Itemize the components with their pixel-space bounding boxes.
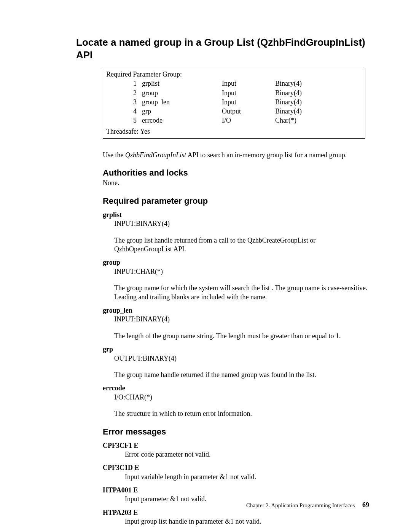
error-messages-heading: Error messages xyxy=(103,427,369,437)
param-number: 5 xyxy=(106,116,142,125)
param-type: Char(*) xyxy=(275,116,296,125)
parameter-row: 4 grp Output Binary(4) xyxy=(106,107,362,116)
param-type: Binary(4) xyxy=(275,88,302,97)
param-name: grp xyxy=(142,107,222,116)
error-code: HTPA203 E xyxy=(103,508,369,517)
error-code: CPF3CF1 E xyxy=(103,441,369,450)
param-def-text: The structure in which to return error i… xyxy=(114,409,369,418)
param-io: Input xyxy=(222,79,275,88)
param-def-type: INPUT:BINARY(4) xyxy=(114,315,369,324)
param-io: Input xyxy=(222,88,275,97)
param-number: 1 xyxy=(106,79,142,88)
param-def-text: The group name for which the system will… xyxy=(114,284,369,302)
param-def-term: group_len xyxy=(103,306,369,315)
intro-paragraph: Use the QzhbFindGroupInList API to searc… xyxy=(103,151,369,160)
param-def-type: I/O:CHAR(*) xyxy=(114,393,369,402)
param-def-text: The group list handle returned from a ca… xyxy=(114,236,369,254)
authorities-body: None. xyxy=(103,179,369,187)
footer-chapter: Chapter 2. Application Programming Inter… xyxy=(246,502,355,508)
param-io: I/O xyxy=(222,116,275,125)
parameter-definition-list: grplist INPUT:BINARY(4) The group list h… xyxy=(103,211,369,419)
parameter-row: 5 errcode I/O Char(*) xyxy=(106,116,362,125)
error-text: Error code parameter not valid. xyxy=(125,450,369,459)
param-def-term: group xyxy=(103,258,369,267)
parameter-group-box: Required Parameter Group: 1 grplist Inpu… xyxy=(103,68,365,139)
param-def-text: The group name handle returned if the na… xyxy=(114,371,369,379)
param-def-type: INPUT:BINARY(4) xyxy=(114,219,369,228)
param-def-desc: INPUT:BINARY(4) The group list handle re… xyxy=(114,219,369,254)
intro-pre: Use the xyxy=(103,151,125,159)
parameter-group-heading: Required Parameter Group: xyxy=(106,70,362,79)
intro-post: API to search an in-memory group list fo… xyxy=(186,151,347,159)
param-type: Binary(4) xyxy=(275,79,302,88)
required-parameter-group-heading: Required parameter group xyxy=(103,196,369,206)
param-io: Output xyxy=(222,107,275,116)
param-def-term: grplist xyxy=(103,211,369,219)
threadsafe-line: Threadsafe: Yes xyxy=(106,127,362,136)
parameter-row: 1 grplist Input Binary(4) xyxy=(106,79,362,88)
error-code: CPF3C1D E xyxy=(103,463,369,472)
intro-api-name: QzhbFindGroupInList xyxy=(125,151,186,159)
param-number: 2 xyxy=(106,88,142,97)
param-name: errcode xyxy=(142,116,222,125)
error-message-list: CPF3CF1 E Error code parameter not valid… xyxy=(103,441,369,526)
param-def-term: grp xyxy=(103,345,369,354)
param-type: Binary(4) xyxy=(275,107,302,116)
param-number: 4 xyxy=(106,107,142,116)
param-def-term: errcode xyxy=(103,384,369,393)
authorities-heading: Authorities and locks xyxy=(103,168,369,178)
param-name: group xyxy=(142,88,222,97)
param-def-type: INPUT:CHAR(*) xyxy=(114,267,369,276)
footer-page-number: 69 xyxy=(362,501,369,509)
param-name: grplist xyxy=(142,79,222,88)
param-def-desc: INPUT:BINARY(4) The length of the group … xyxy=(114,315,369,340)
parameter-row: 3 group_len Input Binary(4) xyxy=(106,97,362,107)
error-code: HTPA001 E xyxy=(103,486,369,495)
param-type: Binary(4) xyxy=(275,97,302,107)
param-name: group_len xyxy=(142,97,222,107)
page: Locate a named group in a Group List (Qz… xyxy=(0,0,411,532)
parameter-row: 2 group Input Binary(4) xyxy=(106,88,362,97)
error-text: Input group list handle in parameter &1 … xyxy=(125,517,369,526)
param-def-text: The length of the group name string. The… xyxy=(114,332,369,340)
param-def-desc: OUTPUT:BINARY(4) The group name handle r… xyxy=(114,354,369,380)
param-def-desc: I/O:CHAR(*) The structure in which to re… xyxy=(114,393,369,419)
error-text: Input variable length in parameter &1 no… xyxy=(125,473,369,481)
param-def-type: OUTPUT:BINARY(4) xyxy=(114,354,369,363)
param-def-desc: INPUT:CHAR(*) The group name for which t… xyxy=(114,267,369,302)
page-title: Locate a named group in a Group List (Qz… xyxy=(76,36,369,61)
param-number: 3 xyxy=(106,97,142,107)
page-footer: Chapter 2. Application Programming Inter… xyxy=(246,501,369,509)
param-io: Input xyxy=(222,97,275,107)
